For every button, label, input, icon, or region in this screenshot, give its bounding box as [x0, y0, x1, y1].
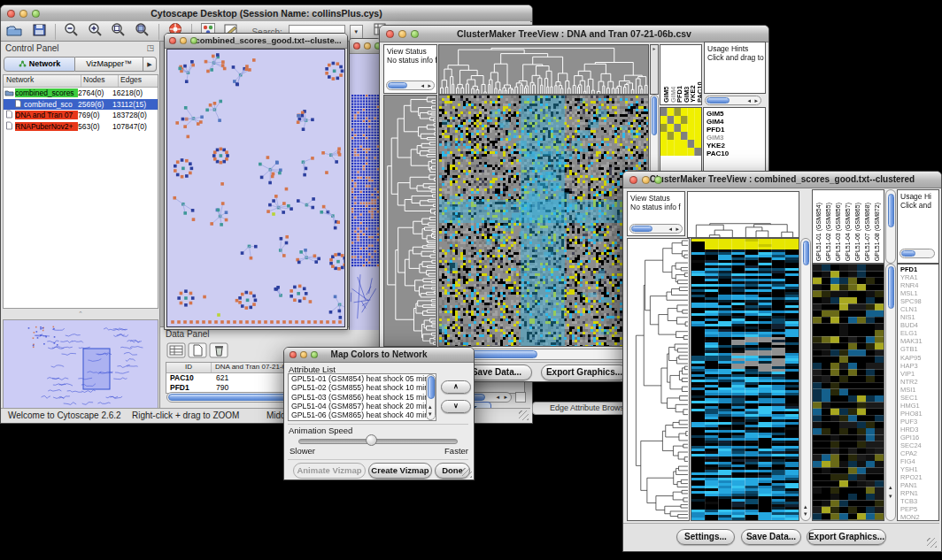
usage-hints-hscrollbar[interactable]	[900, 249, 935, 258]
treeview1-heatmap[interactable]	[438, 95, 649, 347]
settings-button[interactable]: Settings...	[676, 529, 735, 545]
move-down-button[interactable]: ∨	[441, 400, 471, 413]
main-resize-grip[interactable]	[519, 410, 529, 420]
zoom-out-icon[interactable]	[64, 22, 80, 42]
row-label[interactable]: PFD1	[900, 265, 938, 273]
network-table-row[interactable]: combined_scores2764(0)16218(0)	[4, 88, 158, 99]
column-label[interactable]: PFD1	[676, 86, 683, 103]
row-label[interactable]: PEP5	[900, 505, 938, 513]
row-label[interactable]: CLN1	[900, 305, 938, 313]
treeview2-labels-vscrollbar-top[interactable]	[885, 189, 896, 264]
close-button[interactable]	[629, 176, 637, 184]
float-panel-icon[interactable]: ◳	[146, 43, 154, 52]
attribute-list-item[interactable]: GPL51-03 (GSM856) heat shock 15 min	[289, 393, 436, 402]
column-label[interactable]: YKE2	[689, 85, 696, 103]
row-label[interactable]: BUD4	[900, 321, 938, 329]
attribute-list-item[interactable]: GPL51-04 (GSM857) heat shock 20 min	[289, 402, 436, 410]
scroll-right-arrow[interactable]: ▸	[504, 394, 507, 402]
treeview2-zoom-heatmap[interactable]	[812, 264, 884, 521]
search-dropdown-button[interactable]: ▼	[350, 25, 363, 39]
treeview2-titlebar[interactable]: ClusterMaker TreeView : combined_scores_…	[623, 172, 941, 188]
network-window-titlebar[interactable]: combined_scores_good.txt--cluste...	[165, 34, 347, 49]
close-button[interactable]	[169, 37, 176, 44]
attribute-list-item[interactable]: GPL51-07 (GSM868) heat shock 60 min	[289, 419, 436, 421]
row-label[interactable]: PUF3	[900, 418, 938, 426]
condition-label[interactable]: GPL51-07 (GSM868)	[864, 203, 874, 261]
delete-attribute-icon[interactable]	[209, 342, 228, 362]
minimize-button[interactable]	[300, 351, 307, 358]
row-label[interactable]: CPA2	[900, 449, 938, 457]
row-label[interactable]: MON2	[900, 513, 938, 521]
zoom-in-icon[interactable]	[88, 22, 104, 42]
close-button[interactable]	[386, 30, 394, 38]
dialog-titlebar[interactable]: Map Colors to Network	[284, 348, 474, 363]
treeview1-column-dendrogram[interactable]	[438, 44, 649, 95]
row-label[interactable]: MSI1	[900, 386, 938, 394]
minimize-button[interactable]	[642, 176, 650, 184]
treeview1-titlebar[interactable]: ClusterMaker TreeView : DNA and Tran 07-…	[380, 26, 768, 42]
zoom-button[interactable]	[311, 351, 318, 358]
treeview2-window-controls[interactable]	[629, 176, 662, 184]
column-label[interactable]: GIM5	[662, 87, 669, 103]
row-label[interactable]: HMG1	[900, 402, 938, 410]
network-table-row[interactable]: DNA and Tran 07769(0)183728(0)	[4, 110, 158, 121]
network-window-controls[interactable]	[169, 37, 197, 44]
row-label[interactable]: GIM4	[706, 118, 765, 126]
condition-label[interactable]: GPL51-04 (GSM857)	[845, 203, 854, 261]
row-label[interactable]: SEC1	[900, 394, 938, 402]
animation-speed-slider-track[interactable]	[298, 439, 458, 444]
row-label[interactable]: YKE2	[706, 142, 765, 150]
minimize-button[interactable]	[398, 30, 406, 38]
row-label[interactable]: PAC10	[706, 150, 765, 157]
treeview2-vscrollbar[interactable]: ▴▾	[800, 238, 811, 521]
condition-label[interactable]: GPL51-06 (GSM865)	[854, 203, 864, 261]
condition-label[interactable]: GPL51-08 (GSM872)	[874, 203, 884, 261]
condition-label[interactable]: GPL51-01 (GSM854)	[815, 203, 825, 261]
row-label[interactable]: SEC24	[900, 441, 938, 449]
view-status-hscrollbar[interactable]: ◂▸	[629, 224, 683, 234]
attribute-select-icon[interactable]	[166, 342, 186, 362]
zoom-selected-icon[interactable]	[111, 22, 127, 42]
tab-network[interactable]: Network	[4, 57, 75, 72]
window-controls[interactable]	[7, 10, 40, 18]
network-table-header[interactable]: Network Nodes Edges	[4, 75, 158, 88]
row-label[interactable]: SPC98	[900, 297, 938, 305]
tab-vizmapper[interactable]: VizMapper™	[75, 57, 143, 72]
row-label[interactable]: HAP3	[900, 362, 938, 370]
condition-label[interactable]: GPL51-02 (GSM855)	[825, 203, 835, 261]
row-label[interactable]: PHO81	[900, 410, 938, 418]
open-file-icon[interactable]	[6, 22, 22, 42]
row-label[interactable]: YRA1	[900, 273, 938, 281]
attribute-list-item[interactable]: GPL51-06 (GSM865) heat shock 40 min	[289, 410, 436, 419]
zoom-button[interactable]	[32, 10, 40, 18]
treeview2-row-dendrogram[interactable]	[627, 238, 690, 521]
minimize-button[interactable]	[180, 37, 187, 44]
treeview1-window-controls[interactable]	[386, 30, 419, 38]
row-label[interactable]: NIS1	[900, 313, 938, 321]
export-graphics-button[interactable]: Export Graphics...	[541, 364, 628, 380]
row-label[interactable]: MAK31	[900, 337, 938, 345]
row-label[interactable]: HRD3	[900, 426, 938, 433]
zoom-button[interactable]	[411, 30, 419, 38]
row-label[interactable]: ELG1	[900, 329, 938, 337]
attribute-list-vscrollbar[interactable]: ▴▾	[426, 374, 436, 420]
panel-split-handle[interactable]: ⌃	[1, 310, 160, 318]
treeview2-resize-grip[interactable]	[927, 538, 937, 548]
row-label[interactable]: VIP1	[900, 370, 938, 378]
view-status-hscrollbar[interactable]: ◂▸	[386, 81, 435, 90]
row-label[interactable]: KAP95	[900, 354, 938, 362]
row-label[interactable]: PAN1	[900, 481, 938, 489]
zoom-button[interactable]	[654, 176, 662, 184]
new-attribute-icon[interactable]	[188, 342, 207, 362]
attribute-listbox[interactable]: GPL51-01 (GSM854) heat shock 05 minGPL51…	[288, 373, 436, 421]
network-view-window-2[interactable]	[349, 38, 381, 330]
close-button[interactable]	[290, 351, 297, 358]
treeview2-heatmap[interactable]	[691, 238, 799, 521]
row-label[interactable]: GIM3	[706, 134, 765, 142]
treeview1-row-dendrogram[interactable]	[383, 95, 437, 347]
network-canvas-1[interactable]	[167, 50, 344, 326]
move-up-button[interactable]: ∧	[441, 380, 471, 394]
row-label[interactable]: YSH1	[900, 465, 938, 473]
scroll-left-arrow[interactable]: ◂	[496, 394, 499, 402]
zoom-button[interactable]	[190, 37, 197, 44]
